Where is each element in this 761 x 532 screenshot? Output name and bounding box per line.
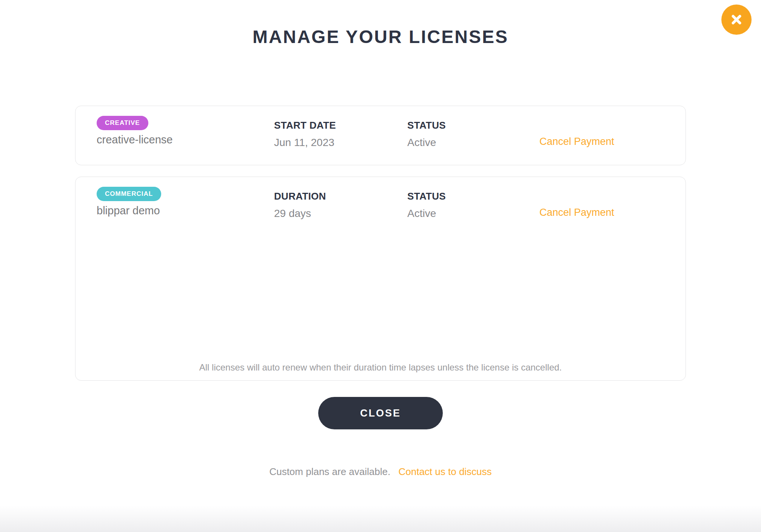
license-type-badge: CREATIVE <box>97 116 148 130</box>
license-identity-column: CREATIVE creative-license <box>97 116 274 149</box>
status-label: STATUS <box>407 187 539 202</box>
license-card-commercial: COMMERCIAL blippar demo DURATION 29 days… <box>75 177 686 381</box>
license-identity-column: COMMERCIAL blippar demo <box>97 187 274 220</box>
license-type-badge: COMMERCIAL <box>97 187 161 201</box>
duration-value: 29 days <box>274 208 407 220</box>
action-column: Cancel Payment <box>539 187 674 220</box>
cancel-payment-link[interactable]: Cancel Payment <box>539 207 614 218</box>
close-icon <box>730 13 743 26</box>
custom-plans-text: Custom plans are available. <box>269 466 390 477</box>
start-date-value: Jun 11, 2023 <box>274 137 407 149</box>
auto-renew-note: All licenses will auto renew when their … <box>75 362 686 373</box>
license-name: creative-license <box>97 134 274 146</box>
cancel-payment-link[interactable]: Cancel Payment <box>539 136 614 147</box>
status-value: Active <box>407 137 539 149</box>
status-label: STATUS <box>407 116 539 131</box>
modal-close-button[interactable] <box>721 5 752 35</box>
license-name: blippar demo <box>97 204 274 217</box>
close-button[interactable]: CLOSE <box>318 397 443 429</box>
license-list: CREATIVE creative-license START DATE Jun… <box>75 106 686 381</box>
duration-label: DURATION <box>274 187 407 202</box>
duration-column: DURATION 29 days <box>274 187 407 220</box>
status-value: Active <box>407 208 539 220</box>
manage-licenses-modal: MANAGE YOUR LICENSES CREATIVE creative-l… <box>0 0 761 532</box>
start-date-column: START DATE Jun 11, 2023 <box>274 116 407 149</box>
start-date-label: START DATE <box>274 116 407 131</box>
action-column: Cancel Payment <box>539 116 674 149</box>
modal-title: MANAGE YOUR LICENSES <box>0 0 761 48</box>
custom-plans-line: Custom plans are available. Contact us t… <box>0 466 761 478</box>
status-column: STATUS Active <box>407 187 539 220</box>
license-card-creative: CREATIVE creative-license START DATE Jun… <box>75 106 686 165</box>
status-column: STATUS Active <box>407 116 539 149</box>
contact-us-link[interactable]: Contact us to discuss <box>398 466 491 477</box>
